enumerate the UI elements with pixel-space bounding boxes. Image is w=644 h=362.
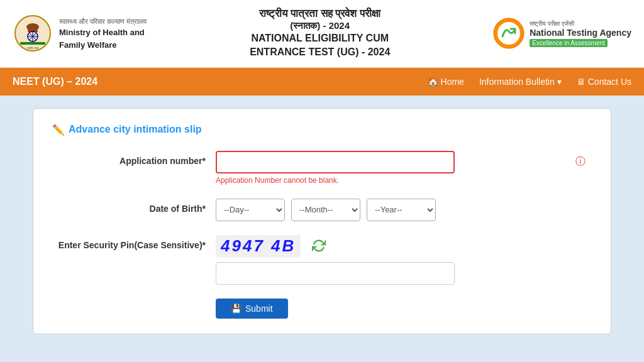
security-pin-label: Enter Security Pin(Case Sensitive)* <box>52 235 216 250</box>
submit-button[interactable]: 💾 Submit <box>216 299 288 319</box>
card-title: ✏️ Advance city intimation slip <box>52 124 592 136</box>
emblem-icon: सत्यमेव जयते <box>13 13 53 53</box>
ministry-branding: सत्यमेव जयते स्वास्थ्य और परिवार कल्याण … <box>13 13 147 53</box>
home-link[interactable]: 🏠 Home <box>428 77 464 87</box>
nta-logo: राष्ट्रीय परीक्षा एजेंसी National Testin… <box>493 18 631 49</box>
page-header: सत्यमेव जयते स्वास्थ्य और परिवार कल्याण … <box>0 0 644 68</box>
application-number-error: Application Number cannot be blank. <box>216 176 592 185</box>
ministry-english-line2: Family Welfare <box>59 39 147 52</box>
home-icon: 🏠 <box>428 77 438 87</box>
dob-field: --Day-- --Month-- --Year-- <box>216 199 592 221</box>
security-pin-input[interactable] <box>216 262 455 285</box>
application-number-field: ⓘ Application Number cannot be blank. <box>216 151 592 185</box>
title-english-line1: NATIONAL ELIGIBILITY CUM <box>159 31 480 45</box>
refresh-captcha-button[interactable] <box>312 239 326 253</box>
title-english-line2: ENTRANCE TEST (UG) - 2024 <box>159 45 480 59</box>
svg-rect-8 <box>20 42 45 45</box>
exam-title: राष्ट्रीय पात्रता सह प्रवेश परीक्षा (स्न… <box>147 8 493 60</box>
contact-icon: 🖥 <box>577 77 586 87</box>
contact-us-label: Contact Us <box>588 77 631 87</box>
navbar-links: 🏠 Home Information Bulletin ▾ 🖥 Contact … <box>428 77 631 87</box>
submit-icon: 💾 <box>231 304 242 314</box>
nta-logo-icon <box>493 18 525 49</box>
captcha-image: 4947 4B <box>216 235 301 257</box>
navbar: NEET (UG) – 2024 🏠 Home Information Bull… <box>0 68 644 96</box>
title-hindi-line2: (स्नातक) - 2024 <box>159 20 480 31</box>
dob-year-select[interactable]: --Year-- <box>367 199 436 221</box>
ministry-text: स्वास्थ्य और परिवार कल्याण मंत्रालय Mini… <box>59 16 147 52</box>
security-pin-group: Enter Security Pin(Case Sensitive)* 4947… <box>52 235 592 285</box>
svg-text:सत्यमेव जयते: सत्यमेव जयते <box>26 47 39 50</box>
nta-hindi: राष्ट्रीय परीक्षा एजेंसी <box>530 20 631 28</box>
home-link-label: Home <box>441 77 464 87</box>
submit-label: Submit <box>245 304 273 314</box>
chevron-down-icon: ▾ <box>557 77 562 87</box>
nta-tagline: Excellence in Assessment <box>530 39 608 47</box>
application-number-input-wrapper: ⓘ <box>216 151 592 173</box>
svg-point-11 <box>497 22 520 45</box>
dob-label: Date of Birth* <box>52 199 216 214</box>
error-icon: ⓘ <box>575 155 586 168</box>
dob-selects: --Day-- --Month-- --Year-- <box>216 199 592 221</box>
dob-month-select[interactable]: --Month-- <box>291 199 360 221</box>
captcha-row: 4947 4B <box>216 235 592 257</box>
nta-text-block: राष्ट्रीय परीक्षा एजेंसी National Testin… <box>530 20 631 47</box>
edit-icon: ✏️ <box>52 124 65 136</box>
main-content: ✏️ Advance city intimation slip Applicat… <box>0 96 644 347</box>
info-bulletin-link[interactable]: Information Bulletin ▾ <box>479 77 562 87</box>
nta-name: National Testing Agency <box>530 28 631 38</box>
card-title-text: Advance city intimation slip <box>69 124 202 135</box>
submit-area: 💾 Submit <box>52 299 592 319</box>
dob-day-select[interactable]: --Day-- <box>216 199 285 221</box>
navbar-brand: NEET (UG) – 2024 <box>13 76 97 87</box>
security-pin-field: 4947 4B <box>216 235 592 285</box>
ministry-english-line1: Ministry of Health and <box>59 26 147 39</box>
contact-us-link[interactable]: 🖥 Contact Us <box>577 77 631 87</box>
ministry-hindi: स्वास्थ्य और परिवार कल्याण मंत्रालय <box>59 16 147 27</box>
title-hindi-line1: राष्ट्रीय पात्रता सह प्रवेश परीक्षा <box>159 8 480 20</box>
form-card: ✏️ Advance city intimation slip Applicat… <box>33 108 611 334</box>
info-bulletin-label: Information Bulletin <box>479 77 555 87</box>
application-number-group: Application number* ⓘ Application Number… <box>52 151 592 185</box>
application-number-input[interactable] <box>216 151 455 173</box>
dob-group: Date of Birth* --Day-- --Month-- --Year-… <box>52 199 592 221</box>
application-number-label: Application number* <box>52 151 216 166</box>
